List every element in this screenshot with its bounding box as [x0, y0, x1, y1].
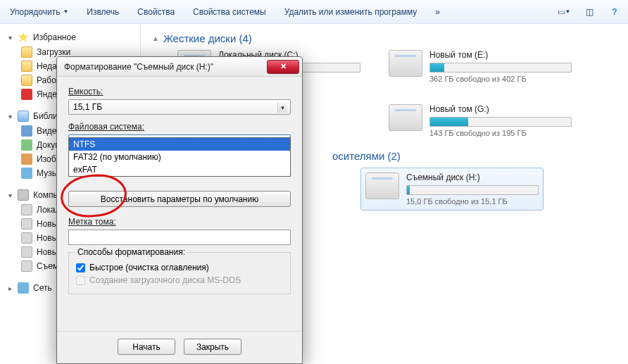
capacity-label: Емкость: — [68, 87, 291, 96]
drive-icon — [21, 218, 32, 230]
drive-subtext: 362 ГБ свободно из 402 ГБ — [429, 75, 572, 83]
star-icon — [18, 32, 29, 43]
help-icon: ? — [612, 7, 617, 17]
filesystem-label: Файловая система: — [68, 122, 291, 132]
drive-icon — [21, 261, 32, 272]
hdd-icon — [389, 50, 422, 77]
drive-subtext: 143 ГБ свободно из 195 ГБ — [429, 129, 572, 137]
collapse-icon: ▲ — [152, 34, 159, 42]
capacity-bar — [429, 117, 572, 127]
drive-label: Съемный диск (H:) — [406, 172, 539, 182]
toolbar: Упорядочить▼ Извлечь Свойства Свойства с… — [0, 0, 628, 24]
computer-icon — [18, 189, 29, 201]
yandex-icon — [21, 89, 32, 100]
filesystem-dropdown: NTFS FAT32 (по умолчанию) exFAT — [68, 137, 291, 177]
drive-icon — [21, 232, 32, 244]
fs-option-fat32[interactable]: FAT32 (по умолчанию) — [69, 151, 290, 163]
drive-e[interactable]: Новый том (E:) 362 ГБ свободно из 402 ГБ — [389, 50, 572, 83]
drive-label: Новый том (G:) — [429, 104, 572, 114]
capacity-combo[interactable]: 15,1 ГБ ▼ — [68, 99, 291, 115]
organize-menu[interactable]: Упорядочить▼ — [6, 4, 73, 20]
library-icon — [18, 111, 29, 122]
group-hard-disks[interactable]: ▲Жесткие диски (4) — [152, 32, 620, 44]
drive-g[interactable]: Новый том (G:) 143 ГБ свободно из 195 ГБ — [389, 104, 572, 137]
start-button[interactable]: Начать — [118, 339, 175, 355]
document-icon — [21, 139, 32, 151]
uninstall-button[interactable]: Удалить или изменить программу — [280, 4, 422, 20]
format-methods-group: Способы форматирования: Быстрое (очистка… — [68, 252, 291, 294]
fs-option-exfat[interactable]: exFAT — [69, 163, 290, 176]
msdos-boot-input — [76, 276, 85, 285]
preview-pane-button[interactable]: ◫ — [582, 4, 597, 20]
fs-option-ntfs[interactable]: NTFS — [69, 138, 290, 151]
more-button[interactable]: » — [431, 4, 444, 20]
folder-icon — [21, 46, 32, 58]
recent-icon — [21, 61, 32, 72]
properties-button[interactable]: Свойства — [133, 4, 179, 20]
drive-h-selected[interactable]: Съемный диск (H:) 15,0 ГБ свободно из 15… — [360, 168, 544, 211]
restore-defaults-button[interactable]: Восстановить параметры по умолчанию — [68, 191, 291, 207]
quick-format-checkbox[interactable]: Быстрое (очистка оглавления) — [76, 263, 283, 272]
view-icon: ▭ — [558, 7, 565, 17]
drive-icon — [21, 204, 32, 215]
volume-label-input[interactable] — [68, 230, 291, 245]
removable-drive-icon — [365, 172, 399, 199]
help-button[interactable]: ? — [607, 4, 622, 20]
capacity-bar — [406, 185, 539, 195]
drive-label: Новый том (E:) — [429, 50, 572, 60]
system-properties-button[interactable]: Свойства системы — [189, 4, 270, 20]
music-icon — [21, 168, 32, 179]
folder-icon — [21, 75, 32, 86]
chevron-down-icon: ▼ — [63, 8, 68, 15]
view-options-button[interactable]: ▭▼ — [556, 4, 572, 20]
drive-subtext: 15,0 ГБ свободно из 15,1 ГБ — [406, 197, 539, 206]
quick-format-input[interactable] — [76, 263, 85, 272]
close-button[interactable]: ✕ — [267, 60, 299, 74]
group-removable[interactable]: осителями (2) — [332, 150, 620, 162]
capacity-value: 15,1 ГБ — [73, 102, 102, 112]
close-icon: ✕ — [280, 62, 287, 71]
video-icon — [21, 125, 32, 137]
close-dialog-button[interactable]: Закрыть — [184, 339, 241, 355]
network-icon — [18, 282, 29, 294]
chevron-down-icon: ▼ — [277, 103, 287, 113]
pane-icon: ◫ — [586, 7, 594, 17]
image-icon — [21, 153, 32, 165]
dialog-title: Форматирование "Съемный диск (H:)" — [64, 62, 267, 72]
extract-button[interactable]: Извлечь — [82, 4, 123, 20]
msdos-boot-checkbox: Создание загрузочного диска MS-DOS — [76, 275, 283, 285]
dialog-titlebar[interactable]: Форматирование "Съемный диск (H:)" ✕ — [57, 57, 302, 77]
format-dialog: Форматирование "Съемный диск (H:)" ✕ Емк… — [56, 56, 303, 364]
capacity-bar — [429, 63, 572, 73]
methods-legend: Способы форматирования: — [75, 247, 188, 257]
hdd-icon — [389, 104, 422, 131]
sidebar-favorites[interactable]: ▾Избранное — [0, 30, 140, 45]
drive-icon — [21, 246, 32, 258]
volume-label-label: Метка тома: — [68, 217, 291, 227]
